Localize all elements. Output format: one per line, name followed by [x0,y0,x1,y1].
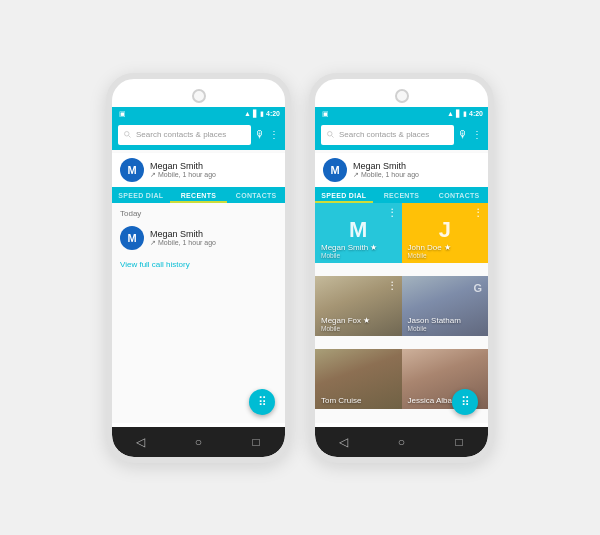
recent-card-1[interactable]: M Megan Smith ↗ Mobile, 1 hour ago [112,153,285,187]
tile-more-1[interactable]: ⋮ [387,207,397,218]
contact-tile-tom-cruise[interactable]: Tom Cruise [315,349,402,409]
recent-info-2: Megan Smith ↗ Mobile, 1 hour ago [353,161,480,179]
bottom-nav-2: ◁ ○ □ [315,427,488,457]
recent-card-2[interactable]: M Megan Smith ↗ Mobile, 1 hour ago [315,153,488,187]
svg-point-2 [328,132,333,137]
call-avatar-1: M [120,226,144,250]
phone-2-body: ▣ ▲ ▋ ▮ 4:20 Search contacts & places 🎙 [309,73,494,463]
search-placeholder-2: Search contacts & places [339,130,449,139]
call-name-1: Megan Smith [150,229,277,239]
tile-sub-4: Mobile [408,325,483,332]
search-box-2[interactable]: Search contacts & places [321,125,454,145]
signal-icon-2: ▋ [456,110,461,117]
search-box-1[interactable]: Search contacts & places [118,125,251,145]
phone-1-screen: ▣ ▲ ▋ ▮ 4:20 Search contacts & places 🎙 [112,107,285,423]
phone-1: ▣ ▲ ▋ ▮ 4:20 Search contacts & places 🎙 [106,73,291,463]
contact-tile-megan-fox[interactable]: ⋮ Megan Fox ★ Mobile [315,276,402,336]
tile-name-4: Jason Statham [408,316,483,325]
tab-recents-2[interactable]: RECENTS [373,187,431,203]
wifi-icon-2: ▲ [447,110,454,117]
signal-icon-1: ▋ [253,110,258,117]
recent-info-1: Megan Smith ↗ Mobile, 1 hour ago [150,161,277,179]
tile-name-3: Megan Fox ★ [321,316,396,325]
search-bar-2: Search contacts & places 🎙 ⋮ [315,121,488,150]
status-bar-left-1: ▣ [119,110,126,117]
call-info-1: Megan Smith ↗ Mobile, 1 hour ago [150,229,277,247]
fab-2[interactable]: ⠿ [452,389,478,415]
tab-recents-1[interactable]: RECENTS [170,187,228,203]
recent-sub-2: ↗ Mobile, 1 hour ago [353,171,480,179]
contact-tile-jason-statham[interactable]: Jason Statham Mobile G [402,276,489,336]
tabs-1: SPEED DIAL RECENTS CONTACTS [112,187,285,203]
tile-more-2[interactable]: ⋮ [473,207,483,218]
recent-sub-1: ↗ Mobile, 1 hour ago [150,171,277,179]
tab-contacts-2[interactable]: CONTACTS [430,187,488,203]
back-button-1[interactable]: ◁ [126,435,156,449]
fab-icon-1: ⠿ [258,396,267,408]
search-placeholder-1: Search contacts & places [136,130,246,139]
call-sub-1: ↗ Mobile, 1 hour ago [150,239,277,247]
menu-dots-2[interactable]: ⋮ [472,129,482,140]
mic-icon-1[interactable]: 🎙 [255,129,265,140]
outgoing-arrow-call-1: ↗ [150,239,156,247]
home-button-1[interactable]: ○ [183,435,213,449]
tile-name-1: Megan Smith ★ [321,243,396,252]
phone-2-screen: ▣ ▲ ▋ ▮ 4:20 Search contacts & places 🎙 [315,107,488,423]
recent-name-1: Megan Smith [150,161,277,171]
call-item-1[interactable]: M Megan Smith ↗ Mobile, 1 hour ago [120,222,277,254]
back-button-2[interactable]: ◁ [329,435,359,449]
fab-1[interactable]: ⠿ [249,389,275,415]
wifi-icon-1: ▲ [244,110,251,117]
tile-sub-2: Mobile [408,252,483,259]
tab-speed-dial-1[interactable]: SPEED DIAL [112,187,170,203]
tile-name-5: Tom Cruise [321,396,396,405]
tile-info-3: Megan Fox ★ Mobile [321,316,396,332]
search-bar-1: Search contacts & places 🎙 ⋮ [112,121,285,150]
tile-initial-1: M [349,217,367,243]
tile-initial-2: J [439,217,451,243]
contact-tile-john-doe[interactable]: J ⋮ John Doe ★ Mobile [402,203,489,263]
tile-sub-1: Mobile [321,252,396,259]
tile-more-3[interactable]: ⋮ [387,280,397,291]
mic-icon-2[interactable]: 🎙 [458,129,468,140]
section-today: Today [120,209,277,218]
avatar-2: M [323,158,347,182]
fab-icon-2: ⠿ [461,396,470,408]
avatar-1: M [120,158,144,182]
sim-icon: ▣ [119,110,126,117]
svg-point-0 [125,132,130,137]
search-icon-2 [326,130,335,139]
status-bar-left-2: ▣ [322,110,329,117]
bottom-nav-1: ◁ ○ □ [112,427,285,457]
view-history-link[interactable]: View full call history [120,260,277,269]
tile-name-2: John Doe ★ [408,243,483,252]
tile-info-1: Megan Smith ★ Mobile [321,243,396,259]
recent-button-1[interactable]: □ [241,435,271,449]
camera-bump-2 [395,89,409,103]
tile-sub-3: Mobile [321,325,396,332]
status-time-1: 4:20 [266,110,280,117]
battery-icon-2: ▮ [463,110,467,117]
phone-1-body: ▣ ▲ ▋ ▮ 4:20 Search contacts & places 🎙 [106,73,291,463]
status-time-2: 4:20 [469,110,483,117]
tabs-2: SPEED DIAL RECENTS CONTACTS [315,187,488,203]
recent-button-2[interactable]: □ [444,435,474,449]
home-button-2[interactable]: ○ [386,435,416,449]
tab-contacts-1[interactable]: CONTACTS [227,187,285,203]
tab-speed-dial-2[interactable]: SPEED DIAL [315,187,373,203]
recent-name-2: Megan Smith [353,161,480,171]
status-bar-right-2: ▲ ▋ ▮ 4:20 [447,110,483,117]
phone-2: ▣ ▲ ▋ ▮ 4:20 Search contacts & places 🎙 [309,73,494,463]
outgoing-arrow-2: ↗ [353,171,359,179]
status-bar-2: ▣ ▲ ▋ ▮ 4:20 [315,107,488,121]
menu-dots-1[interactable]: ⋮ [269,129,279,140]
tile-info-5: Tom Cruise [321,396,396,405]
battery-icon-1: ▮ [260,110,264,117]
contact-tile-megan-smith[interactable]: M ⋮ Megan Smith ★ Mobile [315,203,402,263]
status-bar-1: ▣ ▲ ▋ ▮ 4:20 [112,107,285,121]
tile-info-4: Jason Statham Mobile [408,316,483,332]
svg-line-3 [331,135,333,137]
sim-icon-2: ▣ [322,110,329,117]
tile-info-2: John Doe ★ Mobile [408,243,483,259]
g-logo: G [473,282,482,294]
